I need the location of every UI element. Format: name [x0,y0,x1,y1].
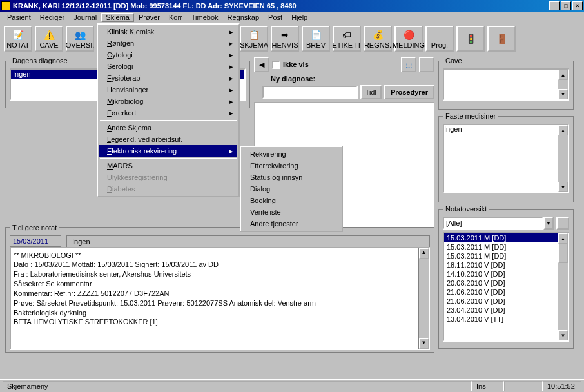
menuitem-andre-skjema[interactable]: Andre Skjema [99,122,237,133]
cave-legend: Cave [443,57,465,64]
menuitem-diabetes: Diabetes [99,183,237,195]
tidligere-tab[interactable]: Ingen [66,235,430,248]
titlebar: KRANK, KARI 12/12/12-12011 [DD] Mob: 995… [0,0,584,12]
cave-box: Cave ▲▼ [438,57,574,110]
menu-regnskap[interactable]: Regnskap [223,13,264,22]
notatov-filter-dropdown[interactable]: ▼ [543,217,554,230]
maximize-button[interactable]: □ [561,1,571,10]
notatoversikt-box: Notatoversikt ▼ 15.03.2011 M [DD] 15.03.… [438,205,574,349]
submenu-dialog[interactable]: Dialog [242,183,340,195]
menuitem-ulykkesregistrering: Ulykkesregistrering [99,172,237,183]
menuitem-legeerkl-ved-arbeidsuf-[interactable]: Legeerkl. ved arbeidsuf. [99,133,237,145]
status-text: Skjemameny [3,381,472,391]
nydiag-label: Ny diagnose: [271,75,315,83]
menu-rediger[interactable]: Rediger [35,13,70,22]
menu-korr[interactable]: Korr [164,13,187,22]
statusbar: Skjemameny Ins 10:51:52 [0,379,584,392]
menu-skjema[interactable]: Skjema [101,13,134,22]
menuitem-fysioterapi[interactable]: Fysioterapi [99,72,237,84]
tb-prog[interactable]: Prog. [425,26,454,52]
menuitem-elektronisk-rekvirering[interactable]: Elektronisk rekvirering [99,145,237,157]
skjema-dropdown: Klinisk KjemiskRøntgenCytologiSerologiFy… [97,23,240,197]
tb-oversi[interactable]: 👥OVERSI. [66,26,94,52]
menu-journal[interactable]: Journal [69,13,101,22]
menuitem-f-rerkort[interactable]: Førerkort [99,107,237,119]
submenu-etterrekvirering[interactable]: Etterrekvirering [242,160,340,172]
tb-cave[interactable]: ⚠️CAVE [35,26,63,52]
faste-list[interactable]: Ingen ▲▼ [443,124,569,193]
close-button[interactable]: × [572,1,583,10]
faste-box: Faste medisiner Ingen ▲▼ [438,112,574,202]
dagens-legend: Dagens diagnose [10,57,70,64]
tb-skjema[interactable]: 📋SKJEMA [240,26,268,52]
ikkevis-label: Ikke vis [283,61,309,68]
prosedyrer-button[interactable]: Prosedyrer [384,85,434,99]
menubar: Pasient Rediger Journal Skjema Prøver Ko… [0,12,584,23]
tidligere-date: 15/03/2011 [10,235,61,247]
submenu-andre-tjenester[interactable]: Andre tjenester [242,218,340,230]
arrow-left-btn[interactable]: ◀ [254,57,269,72]
menu-pasient[interactable]: Pasient [3,13,35,22]
toolbar: 📝NOTAT ⚠️CAVE 👥OVERSI. 📊LABARK 📅T.BOK 📋S… [0,23,584,54]
status-time: 10:51:52 [543,381,581,391]
menu-prover[interactable]: Prøver [134,13,164,22]
menuitem-serologi[interactable]: Serologi [99,61,237,72]
menuitem-r-ntgen[interactable]: Røntgen [99,37,237,49]
elektronisk-submenu: RekvireringEtterrekvireringStatus og inn… [240,146,343,232]
tidl-button[interactable]: Tidl [360,85,382,99]
menuitem-mikrobiologi[interactable]: Mikrobiologi [99,95,237,107]
menu-hjelp[interactable]: Hjelp [287,13,312,22]
menuitem-klinisk-kjemisk[interactable]: Klinisk Kjemisk [99,26,237,37]
tb-brev[interactable]: 📄BREV [302,26,330,52]
notatov-list[interactable]: 15.03.2011 M [DD] 15.03.2011 M [DD] 15.0… [443,232,569,342]
tidligere-body[interactable]: ** MIKROBIOLOGI ** Dato : 15/03/2011 Mot… [10,247,430,350]
tb-notat[interactable]: 📝NOTAT [4,26,32,52]
nydiag-input[interactable] [262,86,358,99]
cave-list[interactable]: ▲▼ [443,68,569,101]
minimize-button[interactable]: _ [549,1,560,10]
submenu-status-og-innsyn[interactable]: Status og innsyn [242,172,340,183]
notatov-lock-icon[interactable] [556,217,569,230]
menuitem-madrs[interactable]: MADRS [99,160,237,172]
tb-henvis[interactable]: ➡HENVIS [271,26,299,52]
ikkevis-checkbox[interactable] [272,61,280,69]
app-icon [1,1,10,10]
submenu-venteliste[interactable]: Venteliste [242,206,340,218]
tb-exit[interactable]: 🚪 [487,26,516,52]
faste-legend: Faste medisiner [443,112,498,120]
tb-regns[interactable]: 💰REGNS. [364,26,392,52]
window-title: KRANK, KARI 12/12/12-12011 [DD] Mob: 995… [13,2,548,10]
icon-btn-1[interactable]: ⬚ [401,57,416,72]
tidligere-legend: Tidligere notat [10,224,59,231]
menuitem-cytologi[interactable]: Cytologi [99,49,237,61]
tb-traffic[interactable]: 🚦 [456,26,485,52]
status-ins: Ins [472,381,504,391]
submenu-booking[interactable]: Booking [242,195,340,206]
menu-post[interactable]: Post [264,13,287,22]
notatov-legend: Notatoversikt [443,205,489,213]
menuitem-henvisninger[interactable]: Henvisninger [99,84,237,95]
icon-btn-2[interactable] [419,57,434,72]
status-blank [504,381,543,391]
menu-timebok[interactable]: Timebok [187,13,223,22]
notatov-filter[interactable] [443,217,543,230]
tidligere-notat-box: Tidligere notat 15/03/2011 Ingen ** MIKR… [5,224,434,353]
submenu-rekvirering[interactable]: Rekvirering [242,148,340,160]
tb-melding[interactable]: 🔴MELDING [394,26,423,52]
tb-etikett[interactable]: 🏷ETIKETT [333,26,361,52]
